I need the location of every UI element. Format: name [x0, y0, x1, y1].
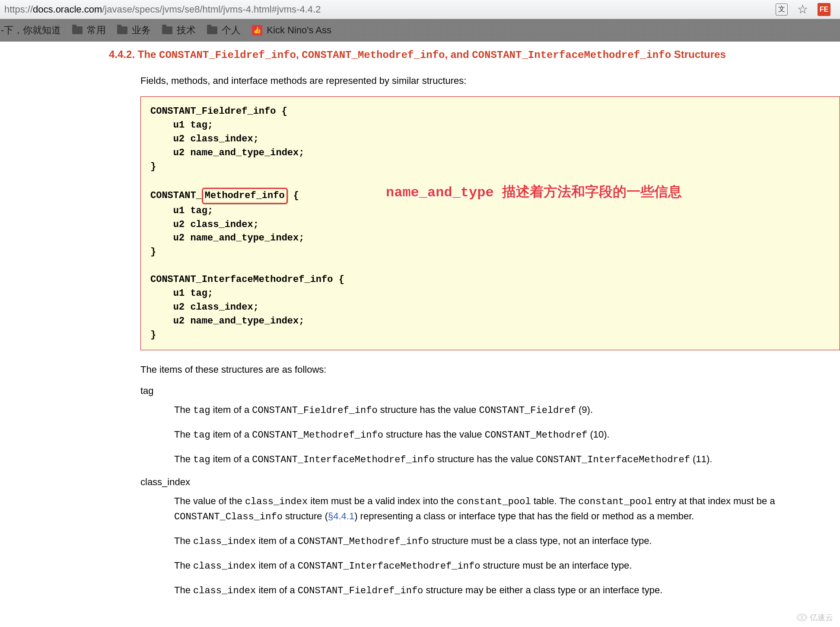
definition: The tag item of a CONSTANT_Methodref_inf… — [174, 427, 840, 442]
browser-action-icons: 文 ☆ FE — [776, 2, 836, 16]
definition: The value of the class_index item must b… — [174, 494, 840, 524]
highlight-ring: Methodref_info — [202, 188, 288, 204]
definition: The class_index item of a CONSTANT_Inter… — [174, 558, 840, 573]
bookmark-label: 常用 — [87, 24, 106, 37]
fe-extension-icon[interactable]: FE — [818, 3, 830, 16]
term-tag: tag — [140, 385, 840, 397]
items-intro-paragraph: The items of these structures are as fol… — [140, 362, 840, 377]
folder-icon — [162, 26, 172, 34]
definition: The tag item of a CONSTANT_InterfaceMeth… — [174, 452, 840, 467]
definition: The tag item of a CONSTANT_Fieldref_info… — [174, 403, 840, 418]
bookmark-item[interactable]: 👍Kick Nino's Ass — [252, 25, 331, 36]
bookmark-folder[interactable]: 个人 — [207, 24, 241, 37]
page-content: 4.4.2. The CONSTANT_Fieldref_info, CONST… — [0, 42, 840, 627]
folder-icon — [117, 26, 127, 34]
bookmarks-bar: -下，你就知道 常用 业务 技术 个人 👍Kick Nino's Ass — [0, 19, 840, 42]
bookmark-item[interactable]: -下，你就知道 — [1, 24, 61, 37]
bookmark-folder[interactable]: 业务 — [117, 24, 151, 37]
bookmark-label: Kick Nino's Ass — [267, 25, 331, 36]
url-protocol: https:// — [4, 4, 33, 15]
folder-icon — [207, 26, 217, 34]
url-host: docs.oracle.com — [33, 4, 102, 15]
definition: The class_index item of a CONSTANT_Metho… — [174, 534, 840, 549]
term-class-index: class_index — [140, 477, 840, 488]
star-icon[interactable]: ☆ — [797, 2, 808, 16]
translate-icon[interactable]: 文 — [776, 3, 788, 16]
url-field[interactable]: https://docs.oracle.com/javase/specs/jvm… — [4, 4, 776, 15]
bookmark-folder[interactable]: 常用 — [72, 24, 106, 37]
section-heading: 4.4.2. The CONSTANT_Fieldref_info, CONST… — [109, 48, 840, 62]
url-path: /javase/specs/jvms/se8/html/jvms-4.html#… — [102, 4, 321, 15]
bookmark-folder[interactable]: 技术 — [162, 24, 196, 37]
code-listing: CONSTANT_Fieldref_info { u1 tag; u2 clas… — [140, 96, 840, 350]
address-bar: https://docs.oracle.com/javase/specs/jvm… — [0, 0, 840, 19]
folder-icon — [72, 26, 83, 34]
definition: The class_index item of a CONSTANT_Field… — [174, 583, 840, 598]
section-link[interactable]: §4.4.1 — [328, 511, 354, 521]
section-body: Fields, methods, and interface methods a… — [140, 74, 840, 598]
bookmark-label: 个人 — [222, 24, 241, 37]
bookmark-label: -下，你就知道 — [1, 24, 61, 37]
thumbs-up-icon: 👍 — [252, 25, 262, 35]
annotation-overlay: name_and_type 描述着方法和字段的一些信息 — [386, 183, 682, 202]
intro-paragraph: Fields, methods, and interface methods a… — [140, 74, 840, 88]
bookmark-label: 技术 — [177, 24, 196, 37]
definition-list: tag The tag item of a CONSTANT_Fieldref_… — [140, 385, 840, 598]
bookmark-label: 业务 — [132, 24, 151, 37]
